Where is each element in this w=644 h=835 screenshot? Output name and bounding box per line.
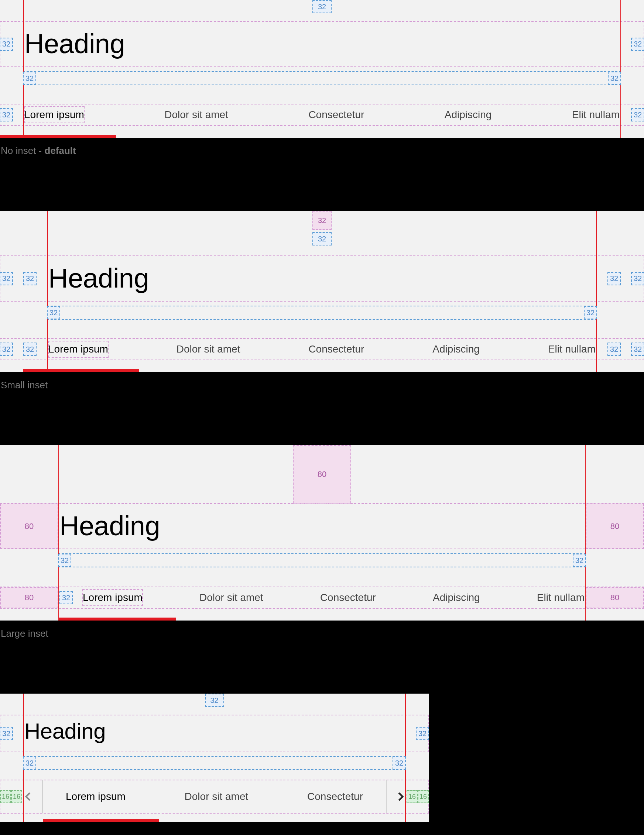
tab-dolor[interactable]: Dolor sit amet bbox=[164, 109, 228, 121]
spacing-top: 80 bbox=[293, 445, 351, 504]
caption-large-inset: Large inset bbox=[1, 628, 48, 639]
spacing-inset-right: 32 bbox=[607, 272, 621, 285]
page-title: Heading bbox=[24, 30, 125, 58]
tab-dolor[interactable]: Dolor sit amet bbox=[185, 791, 249, 803]
spacing-right: 32 bbox=[416, 727, 429, 740]
tab-elit[interactable]: Elit nullam bbox=[537, 592, 585, 604]
spacing-pad-right: 32 bbox=[631, 343, 644, 356]
spacing-inset-right: 80 bbox=[585, 587, 644, 608]
spacing-top-outer: 32 bbox=[312, 211, 332, 230]
heading-row: Heading 32 32 32 32 bbox=[0, 256, 644, 301]
spacing-gap-right: 32 bbox=[584, 306, 597, 319]
tab-indicator bbox=[59, 617, 176, 621]
spacing-top: 32 bbox=[205, 694, 224, 707]
spacing-gutter-right-a: 16 bbox=[407, 790, 418, 803]
spacing-left-tabs: 32 bbox=[0, 108, 13, 122]
caption-small-inset: Small inset bbox=[1, 380, 48, 391]
spacing-gap-row: 32 32 bbox=[59, 554, 585, 567]
page-title: Heading bbox=[59, 512, 160, 540]
spacing-gap-left: 32 bbox=[23, 756, 36, 770]
spacing-gap-right: 32 bbox=[573, 554, 586, 567]
tab-consectetur[interactable]: Consectetur bbox=[320, 592, 376, 604]
guide-left bbox=[59, 445, 59, 621]
spacing-gap-left: 32 bbox=[23, 71, 36, 85]
tab-row: 32 32 32 32 Lorem ipsum Dolor sit amet C… bbox=[0, 338, 644, 360]
tab-indicator bbox=[43, 819, 159, 822]
tab-row: 16 16 16 16 Lorem ipsum Dolor sit amet C… bbox=[0, 780, 429, 813]
spacing-inset-left: 32 bbox=[23, 272, 37, 285]
page-title: Heading bbox=[48, 265, 149, 292]
spacing-gap-left: 32 bbox=[47, 306, 60, 319]
tab-consectetur[interactable]: Consectetur bbox=[308, 343, 364, 355]
spacing-left: 32 bbox=[0, 37, 13, 51]
spacing-top: 32 bbox=[312, 0, 332, 13]
spacing-right-tabs: 32 bbox=[631, 108, 644, 122]
spacing-gutter-right-b: 16 bbox=[418, 790, 429, 803]
tablist: Lorem ipsum Dolor sit amet Consectetur bbox=[66, 780, 363, 813]
spacing-pad-right: 32 bbox=[631, 272, 644, 285]
spacing-gap-row: 32 32 bbox=[47, 306, 597, 319]
tab-indicator bbox=[0, 135, 116, 138]
overflow-divider-right bbox=[386, 780, 387, 813]
spacing-inset-right: 80 bbox=[585, 504, 644, 549]
spacing-gutter-left-a: 16 bbox=[0, 790, 11, 803]
spacing-inset-right: 32 bbox=[607, 343, 621, 356]
tab-elit[interactable]: Elit nullam bbox=[572, 109, 620, 121]
spacing-inset-left: 80 bbox=[0, 587, 59, 608]
tab-adipiscing[interactable]: Adipiscing bbox=[433, 592, 480, 604]
guide-right bbox=[596, 211, 597, 372]
tab-consectetur[interactable]: Consectetur bbox=[308, 109, 364, 121]
chevron-right-icon[interactable] bbox=[395, 791, 406, 802]
spacing-pad-left: 32 bbox=[0, 343, 13, 356]
spacing-gutter-left-b: 16 bbox=[11, 790, 22, 803]
tab-elit[interactable]: Elit nullam bbox=[548, 343, 596, 355]
tab-row: 80 32 80 Lorem ipsum Dolor sit amet Cons… bbox=[0, 587, 644, 608]
heading-row: Heading 32 32 bbox=[0, 715, 429, 752]
spacing-gap-left: 32 bbox=[58, 554, 71, 567]
page-title: Heading bbox=[24, 720, 106, 742]
example-overflow-inset: 32 Heading 32 32 32 32 16 16 16 16 Lorem… bbox=[0, 694, 429, 822]
tab-row: 32 32 Lorem ipsum Dolor sit amet Consect… bbox=[0, 104, 644, 125]
tab-indicator bbox=[23, 369, 139, 372]
caption-text: No inset - bbox=[1, 145, 45, 156]
overflow-divider-left bbox=[42, 780, 43, 813]
tab-lorem[interactable]: Lorem ipsum bbox=[66, 791, 125, 803]
tab-dolor[interactable]: Dolor sit amet bbox=[177, 343, 241, 355]
example-no-inset: 32 Heading 32 32 32 32 32 32 Lorem ipsum… bbox=[0, 0, 644, 138]
guide-left bbox=[47, 211, 48, 372]
heading-row: Heading 32 32 bbox=[0, 21, 644, 67]
spacing-pad-left: 32 bbox=[0, 272, 13, 285]
spacing-gap-row: 32 32 bbox=[23, 71, 621, 85]
chevron-left-icon[interactable] bbox=[23, 791, 34, 802]
tab-lorem[interactable]: Lorem ipsum bbox=[48, 341, 108, 357]
guide-right bbox=[620, 0, 621, 138]
tablist: Lorem ipsum Dolor sit amet Consectetur A… bbox=[24, 104, 620, 125]
example-small-inset: 32 32 Heading 32 32 32 32 32 32 32 32 32… bbox=[0, 211, 644, 372]
tablist: Lorem ipsum Dolor sit amet Consectetur A… bbox=[83, 587, 585, 608]
tablist: Lorem ipsum Dolor sit amet Consectetur A… bbox=[48, 338, 596, 360]
spacing-pad-left: 32 bbox=[59, 591, 73, 604]
spacing-left: 32 bbox=[0, 727, 13, 740]
guide-left bbox=[23, 0, 24, 138]
spacing-gap-right: 32 bbox=[608, 71, 621, 85]
example-large-inset: 80 Heading 80 80 32 32 80 32 80 Lorem ip… bbox=[0, 445, 644, 621]
heading-row: Heading 80 80 bbox=[0, 504, 644, 549]
caption-bold: default bbox=[45, 145, 76, 156]
spacing-gap-row: 32 32 bbox=[23, 756, 405, 770]
spacing-gap-right: 32 bbox=[392, 756, 406, 770]
tab-lorem[interactable]: Lorem ipsum bbox=[24, 107, 84, 123]
spacing-inset-left: 32 bbox=[23, 343, 37, 356]
tab-adipiscing[interactable]: Adipiscing bbox=[445, 109, 492, 121]
tab-lorem[interactable]: Lorem ipsum bbox=[83, 590, 143, 606]
spacing-inset-left: 80 bbox=[0, 504, 59, 549]
spacing-top-inner: 32 bbox=[312, 232, 332, 245]
tab-dolor[interactable]: Dolor sit amet bbox=[199, 592, 263, 604]
caption-no-inset: No inset - default bbox=[1, 145, 76, 156]
tab-adipiscing[interactable]: Adipiscing bbox=[433, 343, 480, 355]
spacing-right: 32 bbox=[631, 37, 644, 51]
tab-consectetur[interactable]: Consectetur bbox=[307, 791, 363, 803]
